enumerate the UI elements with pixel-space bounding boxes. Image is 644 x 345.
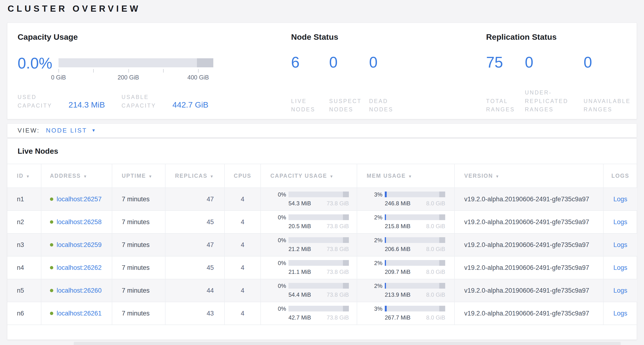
capacity-meter-reserved: [343, 192, 349, 197]
live-nodes-panel: Live Nodes ID▼ ADDRESS▼ UPTIME▼ REPLICAS…: [7, 139, 637, 340]
node-address-cell: localhost:26257: [41, 188, 112, 211]
mem-meter: 2% 209.7 MiB 8.0 GiB: [357, 260, 454, 275]
capacity-max-label: 73.8 GiB: [327, 223, 349, 230]
node-address-link[interactable]: localhost:26258: [56, 218, 102, 226]
capacity-percent-label: 0%: [273, 260, 286, 266]
axis-tick: [128, 69, 129, 73]
mem-usage-cell: 2% 206.6 MiB 8.0 GiB: [357, 233, 454, 256]
mem-meter-fill: [385, 237, 386, 243]
node-version: v19.2.0-alpha.20190606-2491-gfe735c9a97: [454, 188, 603, 211]
stat-value: 0: [369, 54, 410, 71]
col-header-replicas[interactable]: REPLICAS▼: [165, 164, 224, 188]
cluster-summary-panel: Capacity Usage 0.0% 0 GiB 200 GiB 400 Gi…: [7, 23, 637, 119]
node-address-cell: localhost:26260: [41, 279, 112, 302]
col-header-uptime[interactable]: UPTIME▼: [112, 164, 165, 188]
node-address-link[interactable]: localhost:26259: [56, 241, 102, 248]
logs-cell: Logs: [603, 211, 637, 233]
live-nodes-table: ID▼ ADDRESS▼ UPTIME▼ REPLICAS▼ CPUS CAPA…: [7, 164, 637, 325]
node-address-cell: localhost:26259: [41, 233, 112, 256]
node-id: n1: [7, 188, 41, 211]
node-address-cell: localhost:26262: [41, 256, 112, 279]
col-header-capacity-usage[interactable]: CAPACITY USAGE▼: [261, 164, 357, 188]
logs-link[interactable]: Logs: [613, 196, 627, 203]
logs-link[interactable]: Logs: [613, 218, 627, 226]
col-header-address[interactable]: ADDRESS▼: [41, 164, 112, 188]
node-replicas: 47: [165, 188, 224, 211]
mem-used-label: 246.8 MiB: [385, 200, 410, 207]
capacity-bar-axis: 0 GiB 200 GiB 400 GiB: [58, 67, 213, 83]
capacity-meter-bar: [288, 283, 349, 289]
col-header-cpus[interactable]: CPUS: [224, 164, 261, 188]
total-ranges-stat: 75 TOTAL RANGES: [486, 54, 525, 114]
logs-cell: Logs: [603, 233, 637, 256]
mem-percent-label: 2%: [369, 283, 382, 289]
node-replicas: 43: [165, 302, 224, 325]
mem-meter-bar: [385, 214, 445, 220]
node-version: v19.2.0-alpha.20190606-2491-gfe735c9a97: [454, 211, 603, 233]
mem-meter-bar: [385, 192, 445, 197]
page-title: CLUSTER OVERVIEW: [8, 4, 141, 14]
mem-meter-reserved: [439, 192, 445, 197]
mem-meter-reserved: [439, 237, 445, 243]
logs-link[interactable]: Logs: [613, 310, 627, 317]
mem-usage-cell: 3% 246.8 MiB 8.0 GiB: [357, 188, 454, 211]
mem-max-label: 8.0 GiB: [426, 291, 445, 298]
axis-tick: [58, 69, 59, 73]
col-header-mem-usage[interactable]: MEM USAGE▼: [357, 164, 454, 188]
logs-link[interactable]: Logs: [613, 287, 627, 294]
table-row: n4 localhost:26262 7 minutes 45 4 0% 21.…: [7, 256, 637, 279]
logs-cell: Logs: [603, 279, 637, 302]
mem-max-label: 8.0 GiB: [426, 223, 445, 230]
node-address-link[interactable]: localhost:26261: [56, 310, 102, 317]
logs-link[interactable]: Logs: [613, 264, 627, 271]
stat-label: UNAVAILABLE RANGES: [584, 97, 641, 114]
node-live-status-icon: [50, 197, 53, 201]
stat-label: TOTAL RANGES: [486, 97, 525, 114]
col-header-logs: LOGS: [603, 164, 637, 188]
node-cpus: 4: [224, 233, 261, 256]
sort-desc-icon: ▼: [26, 174, 30, 178]
col-header-id[interactable]: ID▼: [7, 164, 41, 188]
capacity-used-label: 20.5 MiB: [288, 223, 311, 230]
unavailable-ranges-stat: 0 UNAVAILABLE RANGES: [584, 54, 641, 114]
node-address-link[interactable]: localhost:26257: [56, 196, 102, 203]
capacity-percent-label: 0%: [273, 283, 286, 289]
capacity-meter-bar: [288, 260, 349, 266]
capacity-meter-bar: [288, 214, 349, 220]
node-uptime: 7 minutes: [112, 233, 165, 256]
capacity-meter: 0% 42.7 MiB 73.8 GiB: [261, 306, 357, 321]
node-address-link[interactable]: localhost:26260: [56, 287, 102, 294]
node-cpus: 4: [224, 302, 261, 325]
node-version: v19.2.0-alpha.20190606-2491-gfe735c9a97: [454, 302, 603, 325]
capacity-meter: 0% 21.2 MiB 73.8 GiB: [261, 237, 357, 252]
node-uptime: 7 minutes: [112, 279, 165, 302]
replication-status-section: Replication Status 75 TOTAL RANGES 0 UND…: [486, 32, 641, 114]
capacity-percent: 0.0%: [18, 55, 58, 72]
capacity-usage-cell: 0% 21.2 MiB 73.8 GiB: [261, 233, 357, 256]
axis-tick: [163, 69, 164, 73]
node-replicas: 45: [165, 256, 224, 279]
live-nodes-heading: Live Nodes: [18, 147, 637, 156]
mem-meter-reserved: [439, 283, 445, 289]
node-address-link[interactable]: localhost:26262: [56, 264, 102, 271]
node-uptime: 7 minutes: [112, 256, 165, 279]
node-uptime: 7 minutes: [112, 302, 165, 325]
mem-meter-bar: [385, 283, 445, 289]
sort-desc-icon: ▼: [148, 174, 153, 178]
node-id: n6: [7, 302, 41, 325]
mem-usage-cell: 2% 209.7 MiB 8.0 GiB: [357, 256, 454, 279]
capacity-percent-label: 0%: [273, 306, 286, 312]
col-header-version[interactable]: VERSION▼: [454, 164, 603, 188]
node-cpus: 4: [224, 188, 261, 211]
mem-max-label: 8.0 GiB: [426, 246, 445, 252]
mem-usage-cell: 2% 215.8 MiB 8.0 GiB: [357, 211, 454, 233]
node-list-dropdown-value[interactable]: NODE LIST: [46, 127, 87, 134]
node-list-dropdown[interactable]: NODE LIST ▼: [46, 127, 96, 134]
node-replicas: 45: [165, 211, 224, 233]
mem-percent-label: 2%: [369, 260, 382, 266]
mem-meter-reserved: [439, 306, 445, 311]
capacity-percent-label: 0%: [273, 214, 286, 221]
node-id: n4: [7, 256, 41, 279]
capacity-usage-heading: Capacity Usage: [18, 32, 274, 42]
logs-link[interactable]: Logs: [613, 241, 627, 248]
